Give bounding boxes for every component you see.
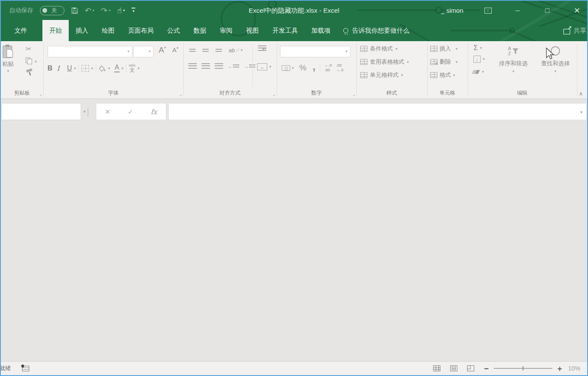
sort-filter-dropdown-icon[interactable]: ▾ [512,70,515,73]
cell-styles-dropdown-icon[interactable]: ▾ [401,73,403,77]
align-right-icon[interactable] [215,63,223,69]
increase-decimal-button[interactable]: ←.0.00 [325,63,332,73]
orientation-button[interactable]: ab ⟋ ▾ [229,47,243,53]
name-box[interactable]: ▾ [1,103,81,120]
format-painter-button[interactable] [25,68,34,77]
borders-icon[interactable] [81,65,89,72]
percent-style-button[interactable]: % [300,63,307,73]
format-cells-button[interactable]: 格式 ▾ [430,71,455,79]
expand-formula-bar-icon[interactable]: ▾ [580,110,582,115]
delete-dropdown-icon[interactable]: ▾ [456,60,458,64]
align-center-icon[interactable] [202,63,210,69]
top-align-icon[interactable] [189,49,196,52]
borders-dropdown-icon[interactable]: ▾ [91,67,93,70]
page-layout-view-button[interactable] [450,365,457,371]
zoom-in-button[interactable]: + [557,365,562,373]
underline-button[interactable]: U [67,65,72,72]
normal-view-button[interactable] [433,365,440,371]
cut-button[interactable]: ✂ [25,45,31,53]
decrease-indent-button[interactable]: ← [228,64,239,69]
zoom-level-label[interactable]: 10% [568,365,580,372]
ribbon-display-options-button[interactable]: ↑ [484,6,492,15]
shrink-font-button[interactable]: A▾ [172,46,179,53]
conditional-formatting-button[interactable]: 条件格式 ▾ [360,45,398,53]
orientation-dropdown-icon[interactable]: ▾ [241,48,243,52]
tab-home[interactable]: 开始 [42,20,69,41]
increase-indent-button[interactable]: → [244,64,255,69]
accounting-dropdown-icon[interactable]: ▾ [292,66,294,70]
insert-dropdown-icon[interactable]: ▾ [456,47,458,51]
insert-cells-button[interactable]: 插入 ▾ [430,45,458,53]
accounting-format-icon[interactable] [282,65,290,71]
format-dropdown-icon[interactable]: ▾ [453,73,455,77]
touch-mouse-mode-button[interactable]: ☝ ▾ [117,7,125,14]
minimize-button[interactable]: ─ [513,6,522,15]
font-size-dropdown-icon[interactable]: ▾ [148,50,151,53]
formula-input-wrap[interactable]: ▾ [168,103,587,120]
tab-formulas[interactable]: 公式 [160,20,187,41]
zoom-out-button[interactable]: − [484,365,489,373]
tab-data[interactable]: 数据 [187,20,213,41]
tab-file[interactable]: 文件 [6,20,36,41]
decrease-decimal-button[interactable]: .00→.0 [336,63,343,73]
tab-insert[interactable]: 插入 [69,20,95,41]
merge-dropdown-icon[interactable]: ▾ [269,65,272,69]
formula-bar-resize-handle[interactable] [87,108,89,116]
confirm-entry-button[interactable]: ✓ [128,108,133,116]
align-left-icon[interactable] [188,63,197,69]
tab-view[interactable]: 视图 [239,20,266,41]
alignment-dialog-launcher[interactable]: ⌟ [273,92,275,96]
wrap-text-button[interactable]: ↩ [258,45,266,52]
number-dialog-launcher[interactable]: ⌟ [353,92,355,96]
customize-qat-button[interactable]: ▾ [132,8,135,13]
zoom-slider[interactable] [494,368,552,369]
share-button[interactable]: ↗ 共享 [563,20,586,41]
undo-button[interactable]: ↶ ▾ [85,7,94,14]
fill-color-icon[interactable] [99,65,106,72]
collapse-ribbon-button[interactable]: ∧ [579,90,583,97]
name-box-input[interactable] [2,104,84,120]
redo-dropdown-icon[interactable]: ▾ [109,9,110,12]
fill-button[interactable]: ↓ ▾ [473,56,485,63]
italic-button[interactable]: I [57,65,67,73]
phonetic-dropdown-icon[interactable]: ▾ [137,67,140,70]
maximize-button[interactable]: □ [543,6,552,15]
bold-button[interactable]: B [48,65,57,72]
phonetic-guide-button[interactable]: wén 文 [129,64,136,73]
fill-color-dropdown-icon[interactable]: ▾ [108,67,110,70]
middle-align-icon[interactable] [202,49,209,52]
sort-filter-button[interactable]: A Z 排序和筛选 ▾ [493,44,534,73]
underline-dropdown-icon[interactable]: ▾ [74,67,76,70]
autosum-dropdown-icon[interactable]: ▾ [480,46,482,50]
redo-button[interactable]: ↷ ▾ [101,7,110,14]
page-break-preview-button[interactable] [467,365,474,371]
font-color-dropdown-icon[interactable]: ▾ [121,67,123,70]
autosum-button[interactable]: Σ ▾ [473,44,482,52]
bottom-align-icon[interactable] [216,49,222,52]
font-name-combo[interactable]: ▾ [48,46,132,57]
save-button[interactable] [71,7,78,14]
worksheet-area[interactable] [1,124,587,361]
find-select-button[interactable]: 查找和选择 ▾ [536,44,574,73]
fill-dropdown-icon[interactable]: ▾ [483,57,485,61]
clear-dropdown-icon[interactable]: ▾ [482,70,484,74]
autosave-toggle[interactable]: 关 [40,6,64,15]
font-color-button[interactable]: A [114,64,120,73]
find-select-dropdown-icon[interactable]: ▾ [554,70,557,73]
tab-draw[interactable]: 绘图 [95,20,121,41]
clear-button[interactable]: ▾ [473,70,484,74]
undo-dropdown-icon[interactable]: ▾ [92,9,94,12]
font-size-combo[interactable]: ▾ [133,46,154,57]
user-account[interactable]: _ simon [441,1,463,20]
delete-cells-button[interactable]: × 删除 ▾ [430,58,458,66]
macro-record-icon[interactable] [22,366,29,371]
tab-page-layout[interactable]: 页面布局 [121,20,160,41]
font-name-input[interactable] [48,48,127,55]
name-box-dropdown-icon[interactable]: ▾ [84,110,86,114]
tab-addins[interactable]: 加载项 [305,20,337,41]
tab-review[interactable]: 审阅 [213,20,239,41]
paste-button[interactable]: 粘贴 ▾ [2,44,14,73]
font-dialog-launcher[interactable]: ⌟ [179,92,182,96]
cell-styles-button[interactable]: 单元格样式 ▾ [360,71,403,79]
copy-button[interactable] [25,57,33,66]
